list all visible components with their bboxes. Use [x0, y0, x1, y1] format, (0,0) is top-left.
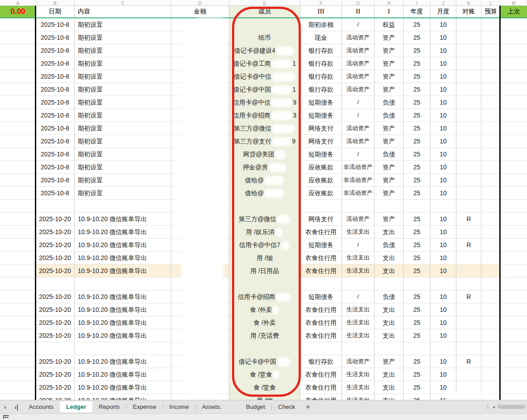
cell-year[interactable]: 25 [404, 252, 430, 265]
header-cell-last[interactable]: 上次 [501, 6, 527, 17]
column-letter-h[interactable]: H [375, 0, 404, 5]
cell-date[interactable]: 2025-10-20 [36, 394, 75, 400]
cell-date[interactable]: 2025-10-20 [36, 329, 75, 342]
cell-category1[interactable]: 资产 [375, 213, 404, 226]
cell-month[interactable]: 10 [430, 44, 456, 57]
cell-last[interactable] [501, 200, 527, 213]
cell-content[interactable]: 10.9-10.20 微信账单导出 [75, 355, 171, 368]
cell-reconciled[interactable] [456, 368, 481, 381]
cell-reconciled[interactable] [456, 31, 481, 44]
cell-category2[interactable]: 非流动资产 [342, 174, 375, 187]
cell-last[interactable] [501, 303, 527, 316]
cell-category1[interactable]: 支出 [375, 252, 404, 265]
cell-month[interactable]: 10 [430, 368, 456, 381]
sheet-tab-assets[interactable]: Assets. [196, 401, 228, 412]
cell-budget[interactable] [481, 57, 501, 70]
cell-category1[interactable]: 资产 [375, 161, 404, 174]
column-letter-f[interactable]: F [300, 0, 342, 5]
cell-a[interactable] [0, 265, 36, 277]
cell-month[interactable]: 10 [430, 290, 456, 303]
cell-category1[interactable]: 资产 [375, 31, 404, 44]
cell-content[interactable]: 期初设置 [75, 174, 171, 187]
cell-a[interactable] [0, 122, 36, 135]
cell-year[interactable]: 25 [404, 303, 430, 316]
cell-month[interactable]: 10 [430, 213, 456, 226]
header-cell-year[interactable]: 年度 [404, 6, 430, 17]
cell-budget[interactable] [481, 277, 501, 290]
cell-category3[interactable]: 衣食住行用 [300, 316, 342, 329]
cell-category1[interactable]: 资产 [375, 355, 404, 368]
next-sheet-icon[interactable]: › [0, 403, 10, 411]
cell-category2[interactable]: 流动资产 [342, 122, 375, 135]
cell-content[interactable]: 期初设置 [75, 96, 171, 109]
cell-category3[interactable]: 短期债务 [300, 239, 342, 252]
cell-a[interactable] [0, 316, 36, 329]
header-cell-content[interactable]: 内容 [75, 6, 171, 17]
cell-member[interactable]: 用 /充话费 [229, 329, 300, 342]
cell-content[interactable]: 期初设置 [75, 70, 171, 83]
cell-category2[interactable]: 流动资产 [342, 31, 375, 44]
cell-member[interactable]: 食 /堂食 [229, 368, 300, 381]
cell-year[interactable]: 25 [404, 96, 430, 109]
cell-category2[interactable]: 生活支出 [342, 329, 375, 342]
cell-category2[interactable]: 流动资产 [342, 135, 375, 148]
cell-last[interactable] [501, 83, 527, 96]
sheet-tab-ledger[interactable]: Ledger [60, 401, 93, 412]
cell-content[interactable]: 期初设置 [75, 187, 171, 200]
cell-content[interactable] [75, 342, 171, 355]
add-sheet-button[interactable]: + [301, 403, 315, 412]
cell-year[interactable]: 25 [404, 148, 430, 161]
cell-date[interactable]: 2025-10-8 [36, 18, 75, 31]
cell-member[interactable]: 纸币 [229, 31, 300, 44]
cell-budget[interactable] [481, 239, 501, 252]
cell-member[interactable]: 用 /娱乐消 [229, 226, 300, 239]
cell-last[interactable] [501, 148, 527, 161]
cell-content[interactable]: 期初设置 [75, 83, 171, 96]
cell-category3[interactable]: 银行存款 [300, 83, 342, 96]
cell-member[interactable]: 借记卡@建设4 [229, 44, 300, 57]
cell-date[interactable]: 2025-10-8 [36, 148, 75, 161]
cell-year[interactable]: 25 [404, 316, 430, 329]
cell-content[interactable]: 期初设置 [75, 148, 171, 161]
cell-reconciled[interactable] [456, 109, 481, 122]
cell-category3[interactable]: 银行存款 [300, 70, 342, 83]
cell-category1[interactable]: 支出 [375, 368, 404, 381]
cell-date[interactable]: 2025-10-20 [36, 303, 75, 316]
cell-date[interactable]: 2025-10-8 [36, 83, 75, 96]
cell-month[interactable]: 10 [430, 303, 456, 316]
cell-budget[interactable] [481, 368, 501, 381]
cell-reconciled[interactable] [456, 161, 481, 174]
cell-reconciled[interactable]: R [456, 355, 481, 368]
cell-category2[interactable] [342, 277, 375, 290]
cell-month[interactable]: 10 [430, 265, 456, 277]
cell-a[interactable] [0, 148, 36, 161]
cell-member[interactable]: 借记卡@工商1 [229, 57, 300, 70]
cell-date[interactable]: 2025-10-8 [36, 187, 75, 200]
cell-member[interactable] [229, 277, 300, 290]
cell-category1[interactable]: 负债 [375, 109, 404, 122]
cell-date[interactable]: 2025-10-8 [36, 161, 75, 174]
scroll-left-icon[interactable]: ◂ [493, 404, 495, 409]
cell-category1[interactable] [375, 277, 404, 290]
cell-member[interactable]: 信用卡@招商 [229, 290, 300, 303]
cell-category3[interactable]: 衣食住行用 [300, 381, 342, 394]
cell-member[interactable]: 借给@ [229, 187, 300, 200]
cell-month[interactable]: 10 [430, 329, 456, 342]
cell-member[interactable]: 借记卡@中国1 [229, 83, 300, 96]
cell-date[interactable]: 2025-10-8 [36, 109, 75, 122]
cell-year[interactable]: 25 [404, 44, 430, 57]
cell-a[interactable] [0, 355, 36, 368]
cell-year[interactable]: 25 [404, 174, 430, 187]
cell-last[interactable] [501, 290, 527, 303]
cell-last[interactable] [501, 239, 527, 252]
cell-month[interactable]: 10 [430, 135, 456, 148]
cell-year[interactable]: 25 [404, 70, 430, 83]
cell-category3[interactable]: 应收账款 [300, 161, 342, 174]
cell-content[interactable]: 期初设置 [75, 122, 171, 135]
cell-month[interactable]: 10 [430, 187, 456, 200]
cell-content[interactable]: 期初设置 [75, 31, 171, 44]
cell-year[interactable]: 25 [404, 329, 430, 342]
cell-category1[interactable]: 负债 [375, 148, 404, 161]
cell-budget[interactable] [481, 96, 501, 109]
cell-reconciled[interactable] [456, 148, 481, 161]
